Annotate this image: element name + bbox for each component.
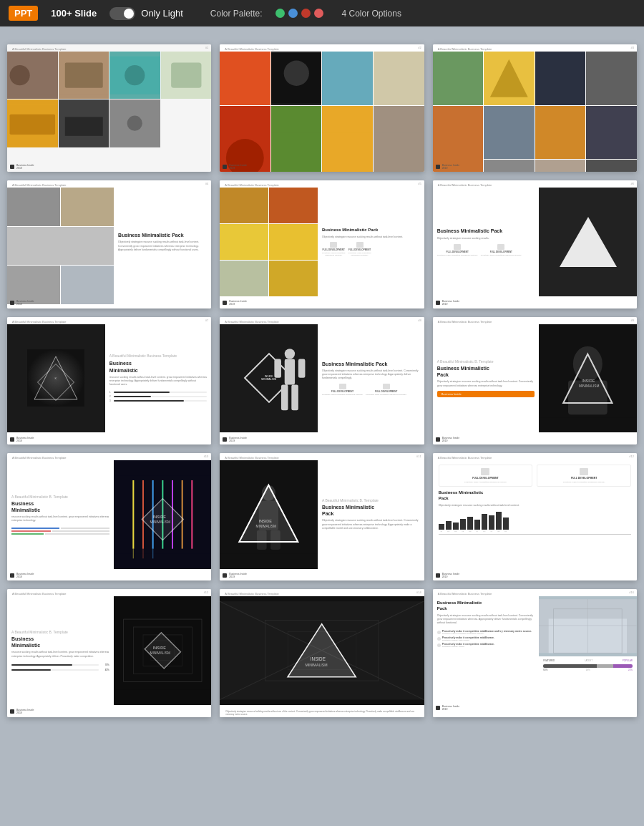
svg-rect-11 [64, 117, 102, 136]
slide-card-3[interactable]: A Beautiful Minimalistic Business Templa… [433, 44, 637, 172]
svg-rect-9 [10, 115, 56, 135]
toggle-switch[interactable] [109, 7, 135, 20]
svg-text:MINIMALISM: MINIMALISM [256, 525, 276, 528]
slide-card-4[interactable]: A Beautiful Minimalistic Business Templa… [7, 180, 211, 308]
svg-rect-55 [285, 359, 295, 384]
slide-card-10[interactable]: A Beautiful Minimalistic Business Templa… [7, 453, 211, 580]
slide-card-13[interactable]: A Beautiful Minimalistic Business Templa… [7, 589, 211, 716]
slide-card-5[interactable]: A Beautiful Minimalistic Business Templa… [220, 180, 424, 308]
svg-point-16 [284, 61, 309, 86]
svg-text:INSIDE: INSIDE [311, 656, 326, 661]
only-light-toggle[interactable]: Only Light [109, 7, 183, 20]
slide-card-6[interactable]: A Beautiful Minimalistic Business Templa… [433, 180, 637, 308]
svg-text:INSIDE: INSIDE [152, 515, 166, 519]
slide-card-14[interactable]: A Beautiful Minimalistic Business Templa… [220, 589, 424, 716]
palette-dots [275, 9, 323, 18]
svg-rect-57 [291, 384, 298, 410]
svg-rect-30 [535, 53, 586, 104]
slide-card-15[interactable]: A Beautiful Minimalistic Business Templa… [433, 589, 637, 716]
slide-card-2[interactable]: A Beautiful Minimalistic Business Templa… [220, 44, 424, 172]
svg-text:INSIDE: INSIDE [152, 646, 166, 651]
color-options-label: 4 Color Options [342, 9, 401, 19]
svg-rect-43 [61, 267, 114, 302]
svg-rect-49 [269, 262, 318, 294]
slide-card-9[interactable]: A Beautiful Minimalistic Business Templa… [433, 317, 637, 444]
svg-text:MINIMALISM: MINIMALISM [150, 652, 170, 656]
svg-point-54 [285, 349, 295, 359]
svg-rect-27 [433, 53, 484, 104]
svg-rect-34 [535, 107, 586, 158]
slide-count-label: 100+ Slide [51, 8, 97, 19]
slide-card-7[interactable]: A Beautiful Minimalistic Business Templa… [7, 317, 211, 444]
svg-rect-56 [281, 384, 288, 410]
header-bar: PPT 100+ Slide Only Light Color Palette:… [0, 0, 644, 26]
svg-rect-31 [586, 53, 637, 104]
svg-rect-48 [220, 262, 268, 294]
dot-green[interactable] [275, 9, 285, 18]
svg-text:MINIMALISM: MINIMALISM [579, 384, 599, 388]
svg-rect-33 [484, 107, 535, 158]
svg-rect-40 [61, 189, 114, 224]
cta-button-9[interactable]: Business Inside [437, 391, 535, 397]
dot-red-dark[interactable] [301, 9, 311, 18]
color-palette-label: Color Palette: [210, 9, 263, 19]
slide-grid: A Beautiful Minimalistic Business Templa… [0, 26, 644, 732]
svg-rect-18 [374, 53, 424, 104]
svg-rect-3 [64, 63, 102, 88]
card-footer-1: Business Inside2019 [10, 164, 208, 170]
svg-rect-41 [7, 228, 114, 264]
only-light-label: Only Light [141, 8, 183, 19]
svg-rect-17 [322, 53, 373, 104]
svg-rect-14 [220, 53, 270, 104]
brand-text-1: Business Inside2019 [16, 164, 34, 170]
slide-card-11[interactable]: A Beautiful Minimalistic Business Templa… [220, 453, 424, 580]
svg-rect-44 [220, 190, 268, 222]
svg-rect-58 [275, 359, 282, 377]
slide-card-12[interactable]: A Beautiful Minimalistic Business Templa… [433, 453, 637, 580]
svg-rect-46 [220, 226, 268, 258]
svg-point-5 [125, 65, 145, 85]
svg-point-1 [10, 65, 30, 85]
slide-label-1: A Beautiful Minimalistic Business Templa… [9, 46, 69, 52]
slide-card-1[interactable]: A Beautiful Minimalistic Business Templa… [7, 44, 211, 172]
svg-rect-7 [171, 63, 201, 88]
svg-rect-32 [433, 109, 484, 172]
svg-rect-35 [586, 107, 637, 158]
svg-rect-42 [7, 267, 60, 302]
dot-red[interactable] [314, 9, 323, 18]
svg-rect-45 [269, 190, 318, 222]
slide-card-8[interactable]: A Beautiful Minimalistic Business Templa… [220, 317, 424, 444]
svg-point-13 [127, 116, 142, 131]
ppt-badge: PPT [9, 6, 38, 21]
svg-text:INSIDE: INSIDE [582, 379, 595, 383]
svg-rect-39 [7, 189, 60, 224]
dot-blue[interactable] [288, 9, 298, 18]
svg-text:MINIMALISM: MINIMALISM [306, 663, 328, 667]
svg-rect-59 [298, 359, 306, 377]
svg-text:INSIDE: INSIDE [259, 519, 273, 523]
svg-text:MINIMALISM: MINIMALISM [150, 520, 170, 524]
svg-rect-47 [269, 226, 318, 258]
brand-icon-1 [10, 165, 14, 169]
triangle-shape [560, 217, 617, 267]
